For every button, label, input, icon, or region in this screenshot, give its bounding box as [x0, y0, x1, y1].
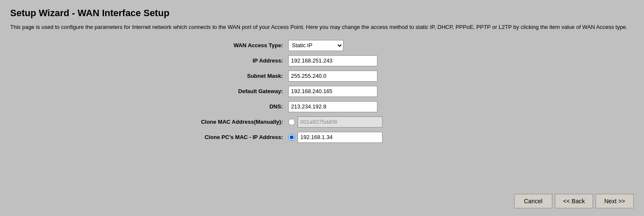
clone-pc-mac-label: Clone PC's MAC - IP Address: [174, 134, 288, 140]
clone-mac-manually-radio-wrapper [288, 117, 382, 128]
clone-mac-manually-label: Clone MAC Address(Manually): [174, 119, 288, 125]
ip-address-label: IP Address: [174, 57, 288, 64]
wan-access-type-select[interactable]: Static IP DHCP PPPoE PPTP L2TP [288, 40, 343, 51]
dns-input[interactable] [288, 101, 377, 112]
wan-access-type-row: WAN Access Type: Static IP DHCP PPPoE PP… [174, 40, 471, 51]
subnet-mask-label: Subnet Mask: [174, 73, 288, 79]
page-title: Setup Wizard - WAN Interface Setup [10, 8, 634, 19]
clone-pc-mac-input[interactable] [298, 132, 382, 143]
bottom-buttons: Cancel << Back Next >> [10, 190, 634, 208]
wan-access-type-label: WAN Access Type: [174, 42, 288, 48]
form-area: WAN Access Type: Static IP DHCP PPPoE PP… [10, 40, 634, 190]
clone-mac-manually-radio[interactable] [288, 119, 295, 125]
subnet-mask-input[interactable] [288, 71, 377, 82]
description: This page is used to configure the param… [10, 23, 630, 31]
back-button[interactable]: << Back [555, 194, 593, 208]
default-gateway-label: Default Gateway: [174, 88, 288, 94]
clone-mac-manually-input[interactable] [298, 117, 382, 128]
subnet-mask-row: Subnet Mask: [174, 71, 471, 82]
dns-row: DNS: [174, 101, 471, 112]
default-gateway-input[interactable] [288, 86, 377, 97]
next-button[interactable]: Next >> [596, 194, 634, 208]
clone-mac-manually-row: Clone MAC Address(Manually): [174, 117, 471, 128]
clone-pc-mac-radio-wrapper [288, 132, 382, 143]
clone-pc-mac-radio[interactable] [288, 134, 295, 141]
ip-address-input[interactable] [288, 55, 377, 66]
clone-pc-mac-row: Clone PC's MAC - IP Address: [174, 132, 471, 143]
default-gateway-row: Default Gateway: [174, 86, 471, 97]
cancel-button[interactable]: Cancel [514, 194, 552, 208]
dns-label: DNS: [174, 103, 288, 110]
ip-address-row: IP Address: [174, 55, 471, 66]
page-container: Setup Wizard - WAN Interface Setup This … [0, 0, 644, 216]
